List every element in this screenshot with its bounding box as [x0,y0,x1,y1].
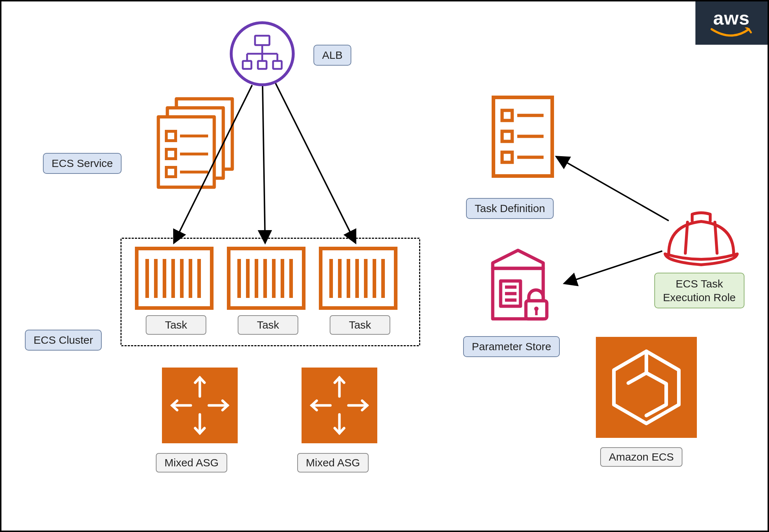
exec-role-label: ECS Task Execution Role [654,273,744,308]
alb-icon [230,21,295,86]
amazon-ecs-label: Amazon ECS [600,447,682,467]
exec-role-icon [662,211,741,268]
parameter-store-label: Parameter Store [463,336,560,357]
aws-logo-badge: aws [695,1,768,45]
svg-rect-7 [243,61,251,69]
task-label-1: Task [146,315,206,335]
task-definition-label: Task Definition [466,198,554,219]
svg-line-23 [564,251,662,283]
svg-line-20 [263,86,265,243]
ecs-service-label: ECS Service [43,153,122,174]
svg-rect-61 [502,131,512,141]
diagram-canvas: aws ALB [0,0,769,532]
task-label-3: Task [330,315,390,335]
svg-line-21 [276,83,356,243]
exec-role-label-line1: ECS Task [676,278,723,290]
task-label-2: Task [238,315,298,335]
ecs-cluster-label: ECS Cluster [25,330,102,351]
exec-role-label-line2: Execution Role [663,291,736,303]
aws-smile-icon [710,27,753,39]
svg-rect-63 [502,152,512,162]
svg-line-22 [556,157,669,221]
task-definition-icon [491,95,554,178]
asg-icon-1 [162,368,238,443]
svg-rect-59 [502,110,512,120]
svg-rect-8 [258,61,267,69]
task-icon-2 [227,247,306,310]
svg-rect-9 [273,61,282,69]
asg-label-2: Mixed ASG [297,453,369,472]
asg-icon-2 [302,368,377,443]
parameter-store-icon [485,247,558,322]
ecs-service-icon [155,95,238,189]
asg-label-1: Mixed ASG [156,453,227,472]
svg-rect-1 [255,36,269,45]
task-icon-1 [135,247,214,310]
task-icon-3 [319,247,397,310]
alb-label: ALB [313,45,351,66]
amazon-ecs-icon [596,337,697,438]
aws-logo-text: aws [713,9,750,27]
